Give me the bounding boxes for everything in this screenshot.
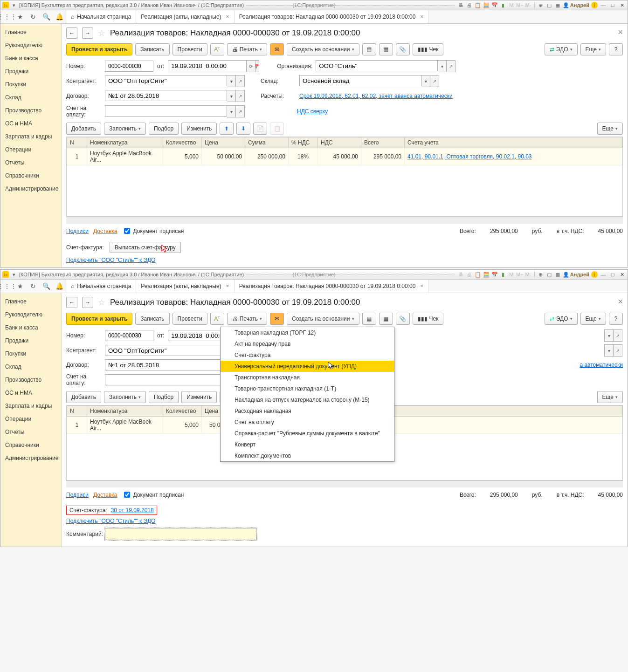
sidebar-item-os[interactable]: ОС и НМА bbox=[0, 117, 61, 130]
connect-edo-link[interactable]: Подключить "ООО "Стиль"" к ЭДО bbox=[66, 518, 155, 524]
open-ref-icon[interactable]: ↗ bbox=[236, 105, 245, 117]
cell-n[interactable]: 1 bbox=[67, 148, 87, 165]
contr-input[interactable] bbox=[105, 75, 227, 86]
chevron-down-icon[interactable]: ▾ bbox=[604, 344, 614, 357]
post-button[interactable]: Провести bbox=[173, 313, 207, 325]
info-icon[interactable]: i bbox=[591, 2, 598, 8]
tb-icon-2[interactable]: 🖨 bbox=[466, 271, 473, 278]
dostavka-link[interactable]: Доставка bbox=[93, 228, 117, 234]
post-button[interactable]: Провести bbox=[173, 43, 207, 55]
mail-button[interactable]: ✉ bbox=[270, 313, 284, 325]
paste-button[interactable]: 📋 bbox=[270, 123, 284, 135]
create-on-button[interactable]: Создать на основании ▾ bbox=[287, 313, 359, 325]
history-tab-icon[interactable]: ↻ bbox=[27, 10, 40, 23]
tab-list[interactable]: Реализация (акты, накладные) × bbox=[136, 280, 234, 293]
dogovor-input[interactable] bbox=[105, 90, 227, 101]
write-button[interactable]: Записать bbox=[135, 43, 169, 55]
sidebar-item-reports[interactable]: Отчеты bbox=[0, 156, 61, 169]
open-ref-icon[interactable]: ↗ bbox=[614, 344, 622, 357]
tb-icon-m2[interactable]: M+ bbox=[517, 2, 523, 8]
apps-grid-icon[interactable]: ⋮⋮⋮ bbox=[0, 280, 14, 293]
close-app-button[interactable]: ✕ bbox=[618, 271, 626, 278]
menu-item-upd[interactable]: Универсальный передаточный документ (УПД… bbox=[221, 361, 394, 372]
contr-input[interactable] bbox=[105, 345, 221, 356]
attach-button[interactable]: 📎 bbox=[396, 313, 410, 325]
sidebar-item-manager[interactable]: Руководителю bbox=[0, 308, 61, 321]
print-button[interactable]: 🖨 Печать ▾ bbox=[227, 43, 267, 55]
close-icon[interactable]: × bbox=[420, 14, 423, 20]
tab-home[interactable]: ⌂ Начальная страница bbox=[66, 280, 136, 293]
menu-item[interactable]: Товарная накладная (ТОРГ-12) bbox=[221, 327, 394, 338]
close-document-button[interactable]: × bbox=[618, 297, 623, 307]
goods-table[interactable]: N Номенклатура Количество Цена Сумма % Н… bbox=[66, 137, 623, 217]
chevron-down-icon[interactable]: ▾ bbox=[604, 329, 614, 342]
tb-icon-3[interactable]: 📋 bbox=[475, 271, 481, 278]
sidebar-item-admin[interactable]: Администрирование bbox=[0, 182, 61, 195]
print-button[interactable]: 🖨 Печать ▾ bbox=[227, 313, 267, 325]
sidebar-item-oper[interactable]: Операции bbox=[0, 412, 61, 425]
nav-fwd-button[interactable]: → bbox=[82, 297, 93, 308]
dropdown-icon[interactable]: ▾ bbox=[11, 271, 17, 278]
tb-icon-panels[interactable]: ▢ bbox=[546, 271, 552, 278]
tb-icon-6[interactable]: ▮ bbox=[500, 271, 506, 278]
tb-icon-1[interactable]: 🖶 bbox=[458, 2, 464, 8]
layout2-button[interactable]: ▦ bbox=[379, 43, 393, 55]
sidebar-item-hr[interactable]: Зарплата и кадры bbox=[0, 130, 61, 143]
open-ref-icon[interactable]: ↗ bbox=[236, 75, 245, 87]
tb-icon-1[interactable]: 🖶 bbox=[458, 271, 464, 278]
menu-item[interactable]: Акт на передачу прав bbox=[221, 338, 394, 350]
mail-button[interactable]: ✉ bbox=[270, 43, 284, 55]
h-scrollbar[interactable] bbox=[66, 480, 623, 487]
sidebar-item-main[interactable]: Главное bbox=[0, 295, 61, 308]
signed-check-input[interactable] bbox=[124, 492, 130, 498]
sidebar-item-refs[interactable]: Справочники bbox=[0, 169, 61, 182]
close-icon[interactable]: × bbox=[226, 14, 229, 20]
number-input[interactable] bbox=[105, 330, 153, 341]
comment-input[interactable] bbox=[105, 528, 257, 540]
tb-icon-search[interactable]: ⊕ bbox=[538, 2, 544, 8]
move-down-button[interactable]: ⬇ bbox=[236, 123, 250, 135]
menu-item[interactable]: Товарно-транспортная накладная (1-Т) bbox=[221, 383, 394, 394]
cell-pnds[interactable]: 18% bbox=[289, 148, 318, 165]
chevron-down-icon[interactable]: ▾ bbox=[421, 75, 430, 87]
favorite-star-icon[interactable]: ☆ bbox=[98, 297, 105, 308]
sidebar-item-sklad[interactable]: Склад bbox=[0, 360, 61, 373]
sf-link[interactable]: 30 от 19.09.2018 bbox=[111, 507, 154, 514]
edo-button[interactable]: ⇄ ЭДО ▾ bbox=[545, 313, 578, 325]
table-more-button[interactable]: Еще ▾ bbox=[597, 391, 623, 403]
user-label[interactable]: 👤 Андрей bbox=[563, 2, 589, 8]
tb-icon-5[interactable]: 📅 bbox=[491, 2, 498, 8]
add-button[interactable]: Добавить bbox=[66, 391, 101, 403]
cell-accts[interactable]: 41.01, 90.01.1, Оптовая торговля, 90.02.… bbox=[405, 148, 622, 165]
tab-home[interactable]: ⌂ Начальная страница bbox=[66, 10, 136, 23]
podpisi-link[interactable]: Подписи bbox=[66, 228, 89, 234]
chevron-down-icon[interactable]: ▾ bbox=[438, 60, 447, 72]
table-row[interactable]: 1 Ноутбук Apple MacBook Air... 5,000 50 … bbox=[67, 148, 622, 165]
menu-item[interactable]: Счет на оплату bbox=[221, 417, 394, 428]
menu-item[interactable]: Транспортная накладная bbox=[221, 372, 394, 383]
restore-button[interactable]: □ bbox=[609, 271, 616, 278]
user-label[interactable]: 👤 Андрей bbox=[563, 272, 589, 278]
edo-button[interactable]: ⇄ ЭДО ▾ bbox=[545, 43, 578, 55]
tb-icon-5[interactable]: 📅 bbox=[491, 271, 498, 278]
layout1-button[interactable]: ▤ bbox=[362, 313, 376, 325]
tb-icon-3[interactable]: 📋 bbox=[475, 2, 481, 8]
tb-icon-grid[interactable]: ▦ bbox=[554, 271, 561, 278]
sidebar-item-hr[interactable]: Зарплата и кадры bbox=[0, 399, 61, 412]
tb-icon-search[interactable]: ⊕ bbox=[538, 271, 544, 278]
tb-icon-4[interactable]: 🧮 bbox=[483, 271, 490, 278]
close-icon[interactable]: × bbox=[420, 283, 423, 289]
sidebar-item-oper[interactable]: Операции bbox=[0, 143, 61, 156]
cell-sum[interactable]: 250 000,00 bbox=[245, 148, 289, 165]
menu-item[interactable]: Конверт bbox=[221, 439, 394, 450]
tb-icon-m3[interactable]: M- bbox=[525, 271, 531, 278]
sidebar-item-manager[interactable]: Руководителю bbox=[0, 39, 61, 52]
sidebar-item-reports[interactable]: Отчеты bbox=[0, 425, 61, 439]
search-tab-icon[interactable]: 🔍 bbox=[40, 280, 53, 293]
org-input[interactable] bbox=[316, 60, 438, 71]
post-and-close-button[interactable]: Провести и закрыть bbox=[66, 313, 132, 325]
sidebar-item-main[interactable]: Главное bbox=[0, 26, 61, 39]
raschety-partial[interactable]: а автоматически bbox=[580, 362, 623, 368]
open-ref-icon[interactable]: ↗ bbox=[614, 329, 622, 342]
col-n[interactable]: N bbox=[67, 406, 87, 417]
